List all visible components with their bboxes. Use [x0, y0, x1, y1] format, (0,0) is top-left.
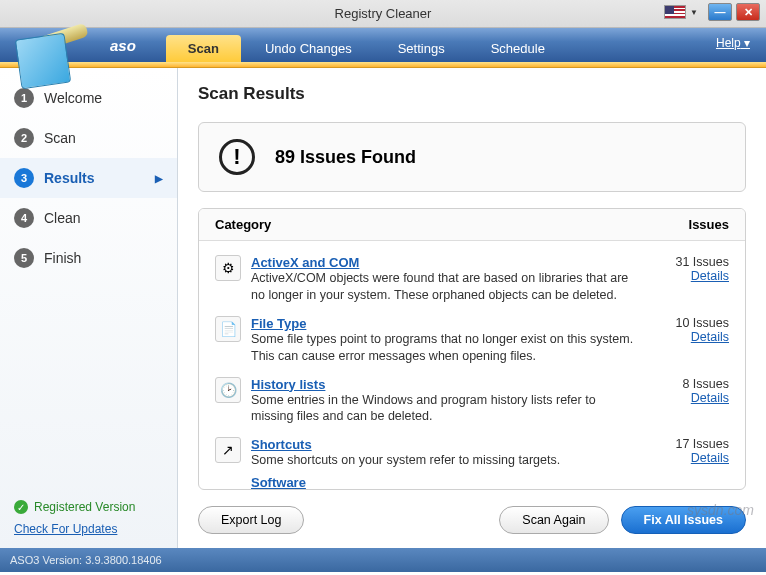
- category-desc: Some entries in the Windows and program …: [251, 392, 639, 426]
- main-panel: Scan Results ! 89 Issues Found Category …: [178, 68, 766, 548]
- menubar: aso Scan Undo Changes Settings Schedule …: [0, 28, 766, 62]
- export-log-button[interactable]: Export Log: [198, 506, 304, 534]
- step-number: 3: [14, 168, 34, 188]
- minimize-button[interactable]: —: [708, 3, 732, 21]
- step-number: 2: [14, 128, 34, 148]
- exclamation-icon: !: [219, 139, 255, 175]
- category-row: ↗ Shortcuts Some shortcuts on your syste…: [211, 431, 733, 475]
- category-link-history[interactable]: History lists: [251, 377, 639, 392]
- issue-count: 10 Issues: [649, 316, 729, 330]
- tab-settings[interactable]: Settings: [376, 35, 467, 62]
- category-link-software[interactable]: Software: [251, 475, 733, 489]
- button-row: Export Log Scan Again Fix All Issues: [198, 502, 746, 548]
- col-category: Category: [215, 217, 271, 232]
- details-link[interactable]: Details: [649, 451, 729, 465]
- checkmark-icon: ✓: [14, 500, 28, 514]
- results-header: Category Issues: [199, 209, 745, 241]
- tab-undo-changes[interactable]: Undo Changes: [243, 35, 374, 62]
- statusbar: ASO3 Version: 3.9.3800.18406: [0, 548, 766, 572]
- app-logo-icon: [8, 26, 86, 86]
- category-row: 🕑 History lists Some entries in the Wind…: [211, 371, 733, 432]
- step-label: Results: [44, 170, 95, 186]
- issue-count: 17 Issues: [649, 437, 729, 451]
- sidebar-step-clean[interactable]: 4 Clean: [0, 198, 177, 238]
- chevron-right-icon: ▶: [155, 173, 163, 184]
- category-link-shortcuts[interactable]: Shortcuts: [251, 437, 639, 452]
- titlebar: Registry Cleaner ▼ — ✕: [0, 0, 766, 28]
- sidebar: 1 Welcome 2 Scan 3 Results ▶ 4 Clean 5 F…: [0, 68, 178, 548]
- scan-again-button[interactable]: Scan Again: [499, 506, 608, 534]
- sidebar-step-results[interactable]: 3 Results ▶: [0, 158, 177, 198]
- col-issues: Issues: [689, 217, 729, 232]
- check-updates-link[interactable]: Check For Updates: [14, 522, 163, 536]
- window-title: Registry Cleaner: [335, 6, 432, 21]
- step-label: Clean: [44, 210, 81, 226]
- category-row: ⚙ ActiveX and COM ActiveX/COM objects we…: [211, 249, 733, 310]
- results-table: Category Issues ⚙ ActiveX and COM Active…: [198, 208, 746, 490]
- details-link[interactable]: Details: [649, 269, 729, 283]
- registered-version-label: ✓ Registered Version: [14, 500, 163, 514]
- category-row: 📄 File Type Some file types point to pro…: [211, 310, 733, 371]
- results-body[interactable]: ⚙ ActiveX and COM ActiveX/COM objects we…: [199, 241, 745, 489]
- tab-schedule[interactable]: Schedule: [469, 35, 567, 62]
- issue-count: 8 Issues: [649, 377, 729, 391]
- close-button[interactable]: ✕: [736, 3, 760, 21]
- help-link[interactable]: Help ▾: [716, 36, 750, 50]
- issue-count: 31 Issues: [649, 255, 729, 269]
- category-link-filetype[interactable]: File Type: [251, 316, 639, 331]
- sidebar-step-scan[interactable]: 2 Scan: [0, 118, 177, 158]
- category-desc: ActiveX/COM objects were found that are …: [251, 270, 639, 304]
- chevron-down-icon[interactable]: ▼: [690, 8, 698, 17]
- sidebar-step-finish[interactable]: 5 Finish: [0, 238, 177, 278]
- brand-label: aso: [110, 37, 136, 54]
- summary-box: ! 89 Issues Found: [198, 122, 746, 192]
- step-number: 4: [14, 208, 34, 228]
- activex-icon: ⚙: [215, 255, 241, 281]
- details-link[interactable]: Details: [649, 330, 729, 344]
- step-label: Finish: [44, 250, 81, 266]
- step-label: Welcome: [44, 90, 102, 106]
- category-desc: Some file types point to programs that n…: [251, 331, 639, 365]
- category-link-activex[interactable]: ActiveX and COM: [251, 255, 639, 270]
- details-link[interactable]: Details: [649, 391, 729, 405]
- step-label: Scan: [44, 130, 76, 146]
- version-label: ASO3 Version: 3.9.3800.18406: [10, 554, 162, 566]
- step-number: 5: [14, 248, 34, 268]
- summary-text: 89 Issues Found: [275, 147, 416, 168]
- fix-all-issues-button[interactable]: Fix All Issues: [621, 506, 746, 534]
- history-icon: 🕑: [215, 377, 241, 403]
- step-number: 1: [14, 88, 34, 108]
- language-flag-icon[interactable]: [664, 5, 686, 19]
- page-title: Scan Results: [198, 84, 746, 104]
- filetype-icon: 📄: [215, 316, 241, 342]
- category-desc: Some shortcuts on your system refer to m…: [251, 452, 639, 469]
- shortcuts-icon: ↗: [215, 437, 241, 463]
- tab-scan[interactable]: Scan: [166, 35, 241, 62]
